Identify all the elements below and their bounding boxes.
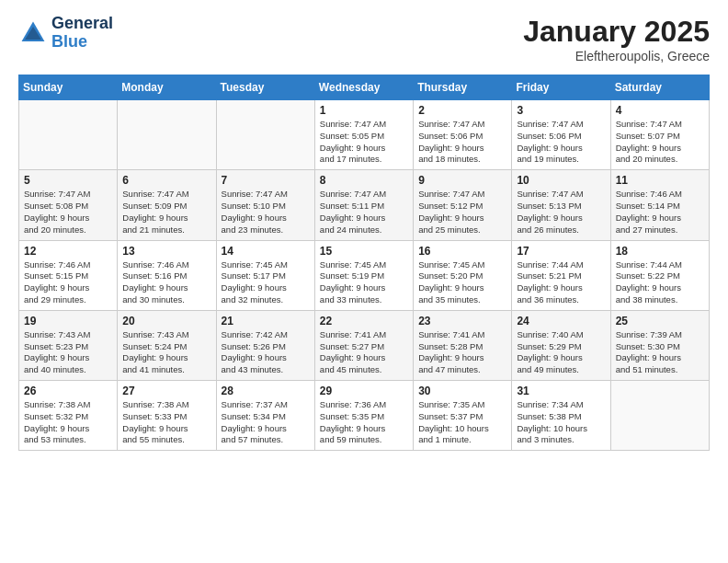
header-saturday: Saturday xyxy=(610,75,709,100)
day-info: Sunrise: 7:43 AM Sunset: 5:23 PM Dayligh… xyxy=(24,329,112,376)
table-row: 6Sunrise: 7:47 AM Sunset: 5:09 PM Daylig… xyxy=(118,170,216,240)
header-wednesday: Wednesday xyxy=(314,75,413,100)
day-info: Sunrise: 7:47 AM Sunset: 5:08 PM Dayligh… xyxy=(24,189,112,236)
calendar-week-row: 19Sunrise: 7:43 AM Sunset: 5:23 PM Dayli… xyxy=(19,310,710,380)
day-info: Sunrise: 7:45 AM Sunset: 5:19 PM Dayligh… xyxy=(320,259,408,306)
title-location: Eleftheroupolis, Greece xyxy=(523,49,710,63)
day-info: Sunrise: 7:46 AM Sunset: 5:16 PM Dayligh… xyxy=(122,259,210,306)
day-number: 3 xyxy=(517,104,605,117)
calendar-week-row: 5Sunrise: 7:47 AM Sunset: 5:08 PM Daylig… xyxy=(19,170,710,240)
table-row: 19Sunrise: 7:43 AM Sunset: 5:23 PM Dayli… xyxy=(19,310,118,380)
day-info: Sunrise: 7:44 AM Sunset: 5:21 PM Dayligh… xyxy=(517,259,605,306)
title-block: January 2025 Eleftheroupolis, Greece xyxy=(523,15,710,63)
day-number: 12 xyxy=(24,245,112,258)
calendar-table: Sunday Monday Tuesday Wednesday Thursday… xyxy=(18,75,710,451)
table-row: 5Sunrise: 7:47 AM Sunset: 5:08 PM Daylig… xyxy=(19,170,118,240)
day-info: Sunrise: 7:47 AM Sunset: 5:09 PM Dayligh… xyxy=(122,189,210,236)
table-row: 22Sunrise: 7:41 AM Sunset: 5:27 PM Dayli… xyxy=(314,310,413,380)
day-info: Sunrise: 7:47 AM Sunset: 5:13 PM Dayligh… xyxy=(517,189,605,236)
table-row: 14Sunrise: 7:45 AM Sunset: 5:17 PM Dayli… xyxy=(216,240,314,310)
header: General Blue January 2025 Eleftheroupoli… xyxy=(18,15,710,63)
table-row: 8Sunrise: 7:47 AM Sunset: 5:11 PM Daylig… xyxy=(314,170,413,240)
day-info: Sunrise: 7:45 AM Sunset: 5:20 PM Dayligh… xyxy=(418,259,506,306)
day-number: 27 xyxy=(122,385,210,397)
day-number: 6 xyxy=(122,174,210,187)
table-row xyxy=(216,100,314,170)
day-number: 1 xyxy=(320,104,408,117)
day-number: 4 xyxy=(616,104,704,117)
table-row: 30Sunrise: 7:35 AM Sunset: 5:37 PM Dayli… xyxy=(414,381,512,451)
table-row: 15Sunrise: 7:45 AM Sunset: 5:19 PM Dayli… xyxy=(314,240,413,310)
day-info: Sunrise: 7:44 AM Sunset: 5:22 PM Dayligh… xyxy=(616,259,704,306)
day-info: Sunrise: 7:41 AM Sunset: 5:28 PM Dayligh… xyxy=(418,329,506,376)
day-info: Sunrise: 7:47 AM Sunset: 5:05 PM Dayligh… xyxy=(320,119,408,166)
logo: General Blue xyxy=(18,15,113,52)
table-row: 24Sunrise: 7:40 AM Sunset: 5:29 PM Dayli… xyxy=(512,310,610,380)
day-number: 26 xyxy=(24,385,112,397)
day-number: 31 xyxy=(517,385,605,397)
table-row: 31Sunrise: 7:34 AM Sunset: 5:38 PM Dayli… xyxy=(512,381,610,451)
table-row: 23Sunrise: 7:41 AM Sunset: 5:28 PM Dayli… xyxy=(414,310,512,380)
table-row xyxy=(118,100,216,170)
table-row: 10Sunrise: 7:47 AM Sunset: 5:13 PM Dayli… xyxy=(512,170,610,240)
day-number: 8 xyxy=(320,174,408,187)
page: General Blue January 2025 Eleftheroupoli… xyxy=(0,0,728,469)
table-row: 16Sunrise: 7:45 AM Sunset: 5:20 PM Dayli… xyxy=(414,240,512,310)
header-sunday: Sunday xyxy=(19,75,118,100)
day-info: Sunrise: 7:46 AM Sunset: 5:15 PM Dayligh… xyxy=(24,259,112,306)
day-number: 17 xyxy=(517,245,605,258)
day-info: Sunrise: 7:37 AM Sunset: 5:34 PM Dayligh… xyxy=(222,399,310,446)
table-row: 9Sunrise: 7:47 AM Sunset: 5:12 PM Daylig… xyxy=(414,170,512,240)
table-row: 27Sunrise: 7:38 AM Sunset: 5:33 PM Dayli… xyxy=(118,381,216,451)
day-number: 7 xyxy=(222,174,310,187)
calendar-week-row: 12Sunrise: 7:46 AM Sunset: 5:15 PM Dayli… xyxy=(19,240,710,310)
day-info: Sunrise: 7:36 AM Sunset: 5:35 PM Dayligh… xyxy=(320,399,408,446)
day-info: Sunrise: 7:47 AM Sunset: 5:10 PM Dayligh… xyxy=(222,189,310,236)
day-number: 2 xyxy=(418,104,506,117)
day-number: 13 xyxy=(122,245,210,258)
logo-icon xyxy=(18,18,48,48)
day-info: Sunrise: 7:40 AM Sunset: 5:29 PM Dayligh… xyxy=(517,329,605,376)
table-row: 12Sunrise: 7:46 AM Sunset: 5:15 PM Dayli… xyxy=(19,240,118,310)
table-row: 7Sunrise: 7:47 AM Sunset: 5:10 PM Daylig… xyxy=(216,170,314,240)
table-row: 21Sunrise: 7:42 AM Sunset: 5:26 PM Dayli… xyxy=(216,310,314,380)
day-info: Sunrise: 7:47 AM Sunset: 5:06 PM Dayligh… xyxy=(517,119,605,166)
day-number: 19 xyxy=(24,315,112,327)
table-row: 13Sunrise: 7:46 AM Sunset: 5:16 PM Dayli… xyxy=(118,240,216,310)
header-friday: Friday xyxy=(512,75,610,100)
day-info: Sunrise: 7:34 AM Sunset: 5:38 PM Dayligh… xyxy=(517,399,605,446)
day-number: 30 xyxy=(418,385,506,397)
table-row: 25Sunrise: 7:39 AM Sunset: 5:30 PM Dayli… xyxy=(610,310,709,380)
calendar-header-row: Sunday Monday Tuesday Wednesday Thursday… xyxy=(19,75,710,100)
logo-general-text: General xyxy=(51,15,113,33)
day-number: 29 xyxy=(320,385,408,397)
calendar-week-row: 26Sunrise: 7:38 AM Sunset: 5:32 PM Dayli… xyxy=(19,381,710,451)
day-number: 18 xyxy=(616,245,704,258)
table-row: 20Sunrise: 7:43 AM Sunset: 5:24 PM Dayli… xyxy=(118,310,216,380)
day-number: 28 xyxy=(222,385,310,397)
day-info: Sunrise: 7:47 AM Sunset: 5:12 PM Dayligh… xyxy=(418,189,506,236)
day-info: Sunrise: 7:47 AM Sunset: 5:11 PM Dayligh… xyxy=(320,189,408,236)
table-row: 2Sunrise: 7:47 AM Sunset: 5:06 PM Daylig… xyxy=(414,100,512,170)
day-info: Sunrise: 7:38 AM Sunset: 5:32 PM Dayligh… xyxy=(24,399,112,446)
table-row: 18Sunrise: 7:44 AM Sunset: 5:22 PM Dayli… xyxy=(610,240,709,310)
calendar-week-row: 1Sunrise: 7:47 AM Sunset: 5:05 PM Daylig… xyxy=(19,100,710,170)
day-info: Sunrise: 7:43 AM Sunset: 5:24 PM Dayligh… xyxy=(122,329,210,376)
day-number: 25 xyxy=(616,315,704,327)
day-info: Sunrise: 7:39 AM Sunset: 5:30 PM Dayligh… xyxy=(616,329,704,376)
logo-text: General Blue xyxy=(51,15,113,52)
day-info: Sunrise: 7:38 AM Sunset: 5:33 PM Dayligh… xyxy=(122,399,210,446)
header-thursday: Thursday xyxy=(414,75,512,100)
table-row: 3Sunrise: 7:47 AM Sunset: 5:06 PM Daylig… xyxy=(512,100,610,170)
day-number: 10 xyxy=(517,174,605,187)
day-info: Sunrise: 7:47 AM Sunset: 5:06 PM Dayligh… xyxy=(418,119,506,166)
day-info: Sunrise: 7:45 AM Sunset: 5:17 PM Dayligh… xyxy=(222,259,310,306)
day-number: 16 xyxy=(418,245,506,258)
day-info: Sunrise: 7:42 AM Sunset: 5:26 PM Dayligh… xyxy=(222,329,310,376)
day-number: 24 xyxy=(517,315,605,327)
day-number: 22 xyxy=(320,315,408,327)
day-info: Sunrise: 7:47 AM Sunset: 5:07 PM Dayligh… xyxy=(616,119,704,166)
title-month: January 2025 xyxy=(523,15,710,49)
day-number: 11 xyxy=(616,174,704,187)
header-tuesday: Tuesday xyxy=(216,75,314,100)
